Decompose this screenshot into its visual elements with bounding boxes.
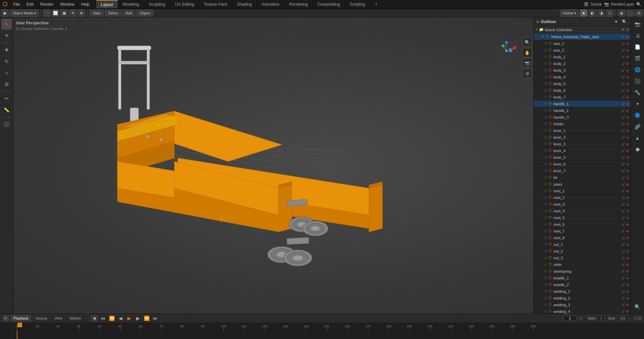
outliner-item-lever_5[interactable]: ▷ ▽ lever_5 🖊🔺	[534, 154, 631, 161]
outliner-item-body_3[interactable]: ▷ ▽ body_3 🖊🔺	[534, 67, 631, 74]
file-menu[interactable]: File	[10, 0, 23, 8]
object-menu-btn[interactable]: Object	[137, 10, 153, 16]
view-layer-properties[interactable]: 📄	[632, 42, 643, 52]
move-tool[interactable]: ✥	[1, 45, 12, 55]
play-btn[interactable]: ▶	[125, 315, 133, 322]
tl-tab-marker[interactable]: Marker	[67, 315, 84, 322]
cursor-tool[interactable]: ✛	[1, 30, 12, 41]
tab-add[interactable]: +	[370, 0, 382, 8]
rotate-tool[interactable]: ↻	[1, 56, 12, 67]
outliner-item-rivet_7[interactable]: ▷ ▽ rivet_7 🖊🔺	[534, 228, 631, 234]
item-arrow-handle_3[interactable]: ▷	[544, 115, 548, 119]
end-frame[interactable]: 250	[617, 316, 628, 321]
outliner-item-paws[interactable]: ▷ ▽ paws 🖊🔺	[534, 181, 631, 188]
physics-properties[interactable]: 🔵	[632, 110, 643, 121]
outliner-item-lever_1[interactable]: ▷ ▽ lever_1 🖊🔺	[534, 127, 631, 134]
outliner-item-lever_7[interactable]: ▷ ▽ lever_7 🖊🔺	[534, 167, 631, 174]
outliner-item-axis_1[interactable]: ▷ ▽ axis_1 🖊🔺	[534, 40, 631, 47]
outliner-item-body_4[interactable]: ▷ ▽ body_4 🖊🔺	[534, 74, 631, 80]
tab-rendering[interactable]: Rendering	[284, 0, 313, 8]
outliner-item-lever_4[interactable]: ▷ ▽ lever_4 🖊🔺	[534, 147, 631, 154]
timeline-track-body[interactable]	[0, 331, 644, 339]
item-arrow-rivet_1[interactable]: ▷	[544, 189, 548, 193]
outliner-item-lever_3[interactable]: ▷ ▽ lever_3 🖊🔺	[534, 141, 631, 147]
item-arrow-rivet_5[interactable]: ▷	[544, 216, 548, 220]
outliner-item-rod_3[interactable]: ▷ ▽ rod_3 🖊🔺	[534, 255, 631, 261]
item-arrow-axis_1[interactable]: ▷	[544, 42, 548, 46]
viewport-shading-material[interactable]: ◐	[589, 9, 596, 17]
item-arrow-rivet_4[interactable]: ▷	[544, 209, 548, 213]
outliner-item-axis_2[interactable]: ▷ ▽ axis_2 🖊🔺	[534, 47, 631, 54]
tl-tab-playback[interactable]: Playback	[11, 315, 31, 322]
outliner-item-handle_1[interactable]: ▷ ▽ handle_1 🖊🔺	[534, 100, 631, 107]
outliner-item-body_1[interactable]: ▷ ▽ body_1 🖊🔺	[534, 54, 631, 60]
world-properties[interactable]: 🌐	[632, 64, 643, 75]
outliner-item-welding_1[interactable]: ▷ ▽ welding_1 🖊🔺	[534, 288, 631, 295]
zoom-in-btn[interactable]: 🔍	[523, 38, 532, 47]
outliner-item-body_7[interactable]: ▷ ▽ body_7 🖊🔺	[534, 94, 631, 100]
output-properties[interactable]: 🖨	[632, 30, 643, 41]
outliner-pallet-jack-collection[interactable]: ▼ ▽ Yellow_Industrial_Pallet_Jack 🖊🔺	[534, 33, 631, 40]
3d-viewport[interactable]: User Perspective (1) Scene Collection | …	[13, 17, 533, 314]
snap-icon[interactable]: ⊕	[78, 9, 85, 17]
item-arrow-body_6[interactable]: ▷	[544, 88, 548, 92]
select-mode-vertex[interactable]: ⬛	[43, 9, 50, 17]
item-arrow-welding_3[interactable]: ▷	[544, 303, 548, 307]
item-arrow-roller[interactable]: ▷	[544, 263, 548, 267]
item-arrow-rivet_3[interactable]: ▷	[544, 202, 548, 206]
item-arrow-steelspring[interactable]: ▷	[544, 269, 548, 273]
view-menu-btn[interactable]: View	[90, 10, 104, 16]
render-menu[interactable]: Render	[37, 0, 57, 8]
outliner-search-btn[interactable]: 🔍	[621, 18, 628, 25]
outliner-item-rod_2[interactable]: ▷ ▽ rod_2 🖊🔺	[534, 248, 631, 255]
outliner-item-welding_3[interactable]: ▷ ▽ welding_3 🖊🔺	[534, 301, 631, 308]
edit-menu[interactable]: Edit	[23, 0, 37, 8]
outliner-item-handle_2[interactable]: ▷ ▽ handle_2 🖊🔺	[534, 107, 631, 114]
tab-layout[interactable]: Layout	[96, 0, 118, 8]
add-menu-btn[interactable]: Add	[123, 10, 136, 16]
material-properties[interactable]: ⬟	[632, 144, 643, 155]
outliner-item-welding_4[interactable]: ▷ ▽ welding_4 🖊🔺	[534, 308, 631, 314]
data-properties[interactable]: ▲	[632, 133, 643, 143]
add-cube-tool[interactable]: ⬛	[1, 119, 12, 130]
tab-texture-paint[interactable]: Texture Paint	[199, 0, 232, 8]
outliner-item-lever_6[interactable]: ▷ ▽ lever_6 🖊🔺	[534, 161, 631, 167]
select-mode-edge[interactable]: ⬜	[52, 9, 59, 17]
stop-btn[interactable]: ⏹	[91, 315, 98, 321]
item-arrow-lever_3[interactable]: ▷	[544, 142, 548, 146]
item-arrow-lid[interactable]: ▷	[544, 176, 548, 180]
global-transform-btn[interactable]: Global ▾	[560, 9, 579, 17]
help-menu[interactable]: Help	[78, 0, 93, 8]
annotate-tool[interactable]: ✏	[1, 93, 12, 104]
select-tool[interactable]: ↖	[1, 19, 12, 29]
gizmo-toggle[interactable]: ⊕	[635, 10, 643, 16]
item-arrow-rivet_8[interactable]: ▷	[544, 236, 548, 240]
item-arrow-treadle_2[interactable]: ▷	[544, 283, 548, 287]
item-arrow-body_2[interactable]: ▷	[544, 62, 548, 66]
constraint-properties[interactable]: 🔗	[632, 121, 643, 132]
item-arrow-handle_2[interactable]: ▷	[544, 109, 548, 113]
viewport-shading-solid[interactable]: ●	[580, 9, 587, 17]
item-arrow-rivet_7[interactable]: ▷	[544, 229, 548, 233]
outliner-item-treadle_2[interactable]: ▷ ▽ treadle_2 🖊🔺	[534, 281, 631, 288]
tab-shading[interactable]: Shading	[232, 0, 257, 8]
outliner-item-rivet_3[interactable]: ▷ ▽ rivet_3 🖊🔺	[534, 201, 631, 208]
item-arrow-lever_1[interactable]: ▷	[544, 129, 548, 133]
measure-tool[interactable]: 📏	[1, 105, 12, 115]
next-frame-btn[interactable]: ▶	[134, 315, 142, 322]
outliner-item-rivet_5[interactable]: ▷ ▽ rivet_5 🖊🔺	[534, 214, 631, 221]
outliner-item-rod_1[interactable]: ▷ ▽ rod_1 🖊🔺	[534, 241, 631, 248]
item-arrow-holder[interactable]: ▷	[544, 122, 548, 126]
camera-view[interactable]: 📷	[523, 58, 532, 68]
prev-keyframe-btn[interactable]: ⏪	[108, 315, 115, 322]
item-arrow-lever_5[interactable]: ▷	[544, 155, 548, 159]
outliner-item-rivet_4[interactable]: ▷ ▽ rivet_4 🖊🔺	[534, 208, 631, 214]
object-mode-btn[interactable]: Object Mode ▾	[10, 9, 39, 17]
object-properties[interactable]: ⬛	[632, 76, 643, 86]
outliner-item-rivet_6[interactable]: ▷ ▽ rivet_6 🖊🔺	[534, 221, 631, 228]
item-arrow-body_7[interactable]: ▷	[544, 95, 548, 99]
outliner-item-holder[interactable]: ▷ ▽ holder 🖊🔺	[534, 121, 631, 127]
item-arrow-axis_2[interactable]: ▷	[544, 48, 548, 52]
tab-scripting[interactable]: Scripting	[345, 0, 370, 8]
item-arrow-handle_1[interactable]: ▷	[544, 102, 548, 106]
